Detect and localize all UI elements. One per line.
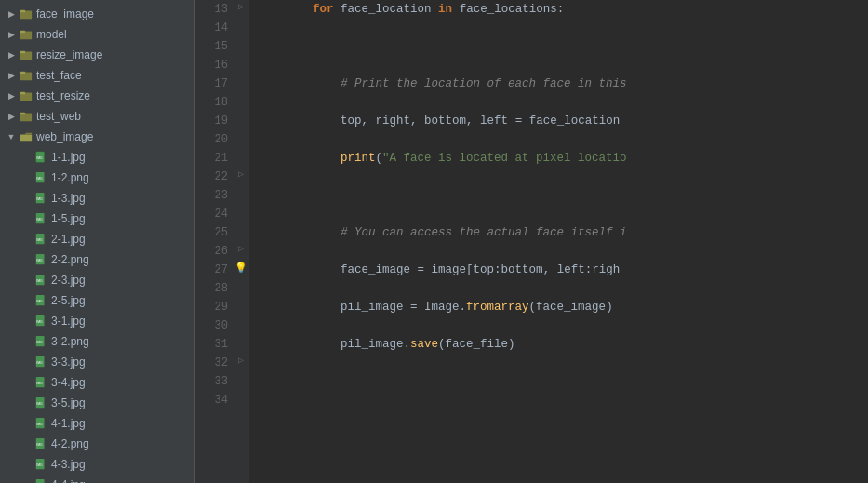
svg-text:IMG: IMG [36, 300, 43, 303]
svg-text:IMG: IMG [36, 423, 43, 426]
sidebar-item-1-5-jpg[interactable]: IMG 1-5.jpg [0, 208, 194, 229]
svg-rect-7 [20, 72, 25, 74]
fold-marker-13[interactable]: ▷ [234, 0, 247, 13]
image-file-icon: IMG [33, 314, 48, 329]
svg-rect-5 [20, 51, 25, 54]
sidebar-item-label: resize_image [36, 48, 102, 61]
sidebar-item-1-1-jpg[interactable]: IMG 1-1.jpg [0, 147, 194, 168]
code-line-25 [257, 447, 861, 465]
sidebar-item-resize-image[interactable]: resize_image [0, 45, 194, 65]
line-numbers: 13 14 15 16 17 18 19 20 21 22 23 24 25 2… [195, 0, 234, 483]
sidebar-item-2-1-jpg[interactable]: IMG 2-1.jpg [0, 229, 194, 249]
svg-text:IMG: IMG [36, 402, 43, 406]
file-tree[interactable]: face_image model resize_image test_face … [0, 0, 195, 483]
sidebar-item-label: 4-3.jpg [51, 458, 86, 471]
svg-text:IMG: IMG [36, 361, 43, 365]
folder-icon [19, 7, 33, 21]
sidebar-item-4-2-png[interactable]: IMG 4-2.png [0, 434, 194, 454]
sidebar-item-3-4-jpg[interactable]: IMG 3-4.jpg [0, 372, 194, 393]
svg-text:IMG: IMG [36, 156, 43, 160]
sidebar-item-1-2-png[interactable]: IMG 1-2.png [0, 168, 194, 188]
image-file-icon: IMG [33, 477, 48, 483]
sidebar-item-3-2-png[interactable]: IMG 3-2.png [0, 331, 194, 352]
folder-icon [19, 47, 33, 62]
code-line-17: print("A face is located at pixel locati… [257, 149, 861, 168]
expand-arrow [4, 129, 19, 144]
code-line-13: for face_location in face_locations: [257, 0, 861, 19]
sidebar-item-2-2-png[interactable]: IMG 2-2.png [0, 249, 194, 270]
svg-text:IMG: IMG [36, 382, 43, 385]
svg-text:IMG: IMG [36, 218, 43, 221]
code-line-24 [257, 409, 861, 428]
sidebar-item-2-3-jpg[interactable]: IMG 2-3.jpg [0, 270, 194, 290]
code-line-15: # Print the location of each face in thi… [257, 74, 861, 93]
code-editor: 13 14 15 16 17 18 19 20 21 22 23 24 25 2… [195, 0, 868, 483]
sidebar-item-label: 4-1.jpg [51, 417, 86, 430]
collapse-arrow [4, 7, 19, 21]
sidebar-item-label: 2-1.jpg [51, 233, 86, 246]
folder-icon [19, 68, 33, 83]
svg-text:IMG: IMG [36, 341, 43, 344]
fold-marker-26[interactable]: ▷ [234, 242, 247, 255]
folder-icon [19, 88, 33, 103]
folder-icon [19, 109, 33, 124]
image-file-icon: IMG [33, 273, 48, 288]
sidebar-item-label: 3-2.png [51, 335, 89, 348]
sidebar-item-test-resize[interactable]: test_resize [0, 86, 194, 106]
sidebar-item-label: 3-3.jpg [51, 356, 86, 369]
image-file-icon: IMG [33, 170, 48, 185]
fold-marker-33[interactable]: ▷ [234, 354, 247, 367]
svg-text:IMG: IMG [36, 177, 43, 181]
sidebar-item-label: 2-3.jpg [51, 274, 86, 287]
sidebar-item-label: model [36, 28, 67, 41]
fold-marker-22[interactable]: ▷ [234, 168, 247, 181]
code-line-22: pil_image.save(face_file) [257, 335, 861, 354]
svg-text:IMG: IMG [36, 463, 43, 467]
code-line-23 [257, 372, 861, 391]
svg-text:IMG: IMG [36, 279, 43, 283]
sidebar-item-label: 1-5.jpg [51, 212, 86, 225]
sidebar-item-label: 1-3.jpg [51, 192, 86, 205]
image-file-icon: IMG [33, 334, 48, 349]
collapse-arrow [4, 27, 19, 42]
image-file-icon: IMG [33, 293, 48, 308]
svg-text:IMG: IMG [36, 197, 43, 201]
code-line-20: face_image = image[top:bottom, left:righ [257, 261, 861, 279]
sidebar-item-model[interactable]: model [0, 24, 194, 45]
code-line-18 [257, 186, 861, 205]
image-file-icon: IMG [33, 232, 48, 247]
sidebar-item-label: 3-1.jpg [51, 315, 86, 328]
folder-icon [19, 27, 33, 42]
svg-text:IMG: IMG [36, 259, 43, 262]
sidebar-item-face-image[interactable]: face_image [0, 4, 194, 24]
sidebar-item-label: 1-1.jpg [51, 151, 86, 164]
sidebar-item-4-4-jpg[interactable]: IMG 4-4.jpg [0, 475, 194, 483]
sidebar-item-4-1-jpg[interactable]: IMG 4-1.jpg [0, 413, 194, 434]
sidebar-item-web-image[interactable]: web_image [0, 127, 194, 147]
collapse-arrow [4, 109, 19, 124]
collapse-arrow [4, 68, 19, 83]
sidebar-item-1-3-jpg[interactable]: IMG 1-3.jpg [0, 188, 194, 208]
sidebar-item-label: 4-2.png [51, 437, 89, 450]
sidebar-item-3-5-jpg[interactable]: IMG 3-5.jpg [0, 393, 194, 413]
sidebar-item-test-web[interactable]: test_web [0, 106, 194, 127]
sidebar-item-label: test_face [36, 69, 82, 82]
code-line-16: top, right, bottom, left = face_location [257, 112, 861, 130]
sidebar-item-label: 3-5.jpg [51, 396, 86, 409]
sidebar-item-4-3-jpg[interactable]: IMG 4-3.jpg [0, 454, 194, 475]
sidebar-item-3-1-jpg[interactable]: IMG 3-1.jpg [0, 311, 194, 331]
sidebar-item-label: web_image [36, 130, 93, 143]
code-text[interactable]: for face_location in face_locations: # P… [249, 0, 868, 483]
code-line-21: pil_image = Image.fromarray(face_image) [257, 298, 861, 316]
collapse-arrow [4, 47, 19, 62]
sidebar-item-3-3-jpg[interactable]: IMG 3-3.jpg [0, 352, 194, 372]
lightbulb-icon-27[interactable]: 💡 [234, 261, 247, 274]
sidebar-item-2-5-jpg[interactable]: IMG 2-5.jpg [0, 290, 194, 311]
image-file-icon: IMG [33, 436, 48, 451]
sidebar-item-label: 4-4.jpg [51, 478, 86, 483]
sidebar-item-test-face[interactable]: test_face [0, 65, 194, 86]
code-line-19: # You can access the actual face itself … [257, 223, 861, 242]
code-line-14 [257, 37, 861, 56]
image-file-icon: IMG [33, 252, 48, 267]
image-file-icon: IMG [33, 457, 48, 472]
